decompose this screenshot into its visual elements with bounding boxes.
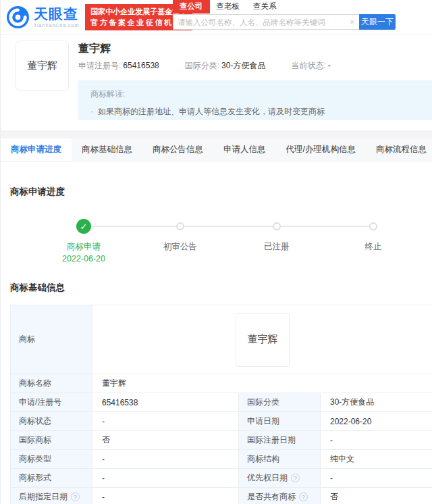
cell-label: 商标结构 (239, 450, 321, 468)
table-row: 商标形式 - 优先权日期 ? - (11, 469, 432, 488)
table-row: 商标 董宇辉 (11, 305, 432, 374)
tianyancha-logo[interactable]: 天眼查 TianYanCha.com (6, 5, 79, 29)
cell-value: 65416538 (92, 393, 239, 411)
table-row: 商标状态 - 申请日期 2022-06-20 (11, 412, 432, 431)
help-icon[interactable]: ? (291, 474, 300, 482)
tab-process-info[interactable]: 商标流程信息 (366, 138, 432, 161)
cell-value: - (92, 412, 239, 430)
search-tabs: 查公司 查老板 查关系 (173, 1, 396, 14)
step-done-check-icon: ✓ (76, 219, 91, 234)
cell-value-trademark-image: 董宇辉 (92, 305, 432, 374)
search-tab-company[interactable]: 查公司 (173, 0, 210, 14)
cell-value: - (92, 488, 239, 504)
cell-value: 否 (92, 431, 239, 449)
trademark-meta: 申请注册号:65416538 国际分类:30-方便食品 当前状态:- (78, 60, 331, 72)
top-header: 天眼查 TianYanCha.com 国家中小企业发展子基金旗下 官方备案企业征… (1, 0, 432, 35)
step-label-registered: 已注册 (264, 241, 290, 253)
cell-label: 优先权日期 ? (239, 469, 321, 487)
cell-label: 申请/注册号 (11, 393, 92, 411)
meta-intl-class: 国际分类:30-方便食品 (185, 60, 266, 72)
cell-value: - (92, 469, 239, 487)
interpretation-title: 商标解读: (90, 89, 432, 100)
meta-value: 65416538 (123, 61, 159, 70)
trademark-thumbnail: 董宇辉 (16, 41, 69, 91)
table-row: 商标类型 - 商标结构 纯中文 (11, 450, 432, 469)
cell-label-text: 后期指定日期 (19, 491, 68, 503)
search-tab-relation[interactable]: 查关系 (246, 0, 284, 14)
trademark-interpretation-box: 商标解读: ·如果商标的注册地址、申请人等信息发生变化，请及时变更商标 (78, 80, 432, 120)
brand-domain: TianYanCha.com (34, 23, 79, 28)
tab-basic-info[interactable]: 商标基础信息 (72, 138, 142, 161)
basic-info-table: 商标 董宇辉 商标名称 董宇辉 申请/注册号 65416538 国际分类 30-… (10, 305, 432, 504)
main-content: 商标申请进度 ✓ 商标申请 2022-06-20 初审公告 已注册 终止 商标基… (1, 161, 432, 504)
eye-logo-icon (6, 5, 30, 29)
trademark-image: 董宇辉 (236, 313, 290, 367)
table-row: 国际商标 否 国际注册日期 - (11, 431, 432, 450)
step-circle-icon (176, 222, 184, 230)
cell-label: 商标类型 (11, 450, 92, 468)
interpretation-item: ·如果商标的注册地址、申请人等信息发生变化，请及时变更商标 (90, 106, 432, 118)
trademark-title: 董宇辉 (78, 42, 111, 56)
cell-label: 国际分类 (239, 393, 321, 411)
cell-value: 30-方便食品 (321, 393, 432, 411)
cell-value: - (92, 450, 239, 468)
meta-value: 30-方便食品 (221, 61, 265, 70)
cell-label: 后期指定日期 ? (11, 488, 92, 504)
cell-label: 商标状态 (11, 412, 92, 430)
search-area: 查公司 查老板 查关系 × 天眼一下 (173, 1, 396, 30)
step-circle-icon (273, 222, 281, 230)
cell-label-text: 优先权日期 (247, 472, 288, 484)
cell-value: 2022-06-20 (321, 412, 432, 430)
cell-label-name: 商标名称 (11, 374, 92, 393)
search-button[interactable]: 天眼一下 (359, 14, 396, 30)
table-row: 商标名称 董宇辉 (11, 374, 432, 393)
step-label-application: 商标申请 (67, 241, 101, 253)
tab-applicant-info[interactable]: 申请人信息 (213, 138, 276, 161)
section-divider (1, 130, 432, 138)
interpretation-text: 如果商标的注册地址、申请人等信息发生变化，请及时变更商标 (98, 107, 325, 116)
brand-name: 天眼查 (34, 7, 79, 22)
meta-value: - (328, 61, 331, 70)
cell-label: 国际注册日期 (239, 431, 321, 449)
cell-value: 否 (321, 488, 432, 504)
cell-label-text: 是否共有商标 (247, 491, 296, 503)
step-label-preliminary: 初审公告 (163, 241, 197, 253)
detail-tabbar: 商标申请进度 商标基础信息 商标公告信息 申请人信息 代理/办理机构信息 商标流… (1, 138, 432, 161)
cell-value: 纯中文 (321, 450, 432, 468)
clear-icon[interactable]: × (345, 18, 359, 27)
search-tab-boss[interactable]: 查老板 (210, 0, 247, 14)
cell-value: - (321, 431, 432, 449)
cell-label: 国际商标 (11, 431, 92, 449)
cell-value-name: 董宇辉 (92, 374, 432, 393)
cell-value: - (321, 469, 432, 487)
meta-label: 当前状态: (291, 61, 325, 70)
page: 天眼查 TianYanCha.com 国家中小企业发展子基金旗下 官方备案企业征… (0, 0, 432, 504)
table-row: 申请/注册号 65416538 国际分类 30-方便食品 (11, 393, 432, 412)
cell-label-trademark: 商标 (11, 305, 92, 374)
search-bar: × 天眼一下 (173, 14, 396, 30)
cell-label: 商标形式 (11, 469, 92, 487)
tab-agency-info[interactable]: 代理/办理机构信息 (276, 138, 366, 161)
search-box: × (173, 14, 359, 30)
search-input[interactable] (173, 18, 345, 26)
stepper-track (84, 226, 373, 227)
meta-label: 国际分类: (185, 61, 219, 70)
step-date-application: 2022-06-20 (62, 254, 105, 263)
bullet-dot: · (90, 107, 93, 116)
logo-text: 天眼查 TianYanCha.com (34, 7, 79, 28)
step-label-terminated: 终止 (365, 241, 382, 253)
table-row: 后期指定日期 ? - 是否共有商标 ? 否 (11, 488, 432, 504)
help-icon[interactable]: ? (299, 493, 308, 501)
tab-announcement-info[interactable]: 商标公告信息 (142, 138, 213, 161)
basic-info-section-heading: 商标基础信息 (10, 282, 432, 294)
meta-label: 申请注册号: (78, 61, 121, 70)
meta-current-status: 当前状态:- (291, 60, 330, 72)
help-icon[interactable]: ? (71, 493, 80, 501)
cell-label: 是否共有商标 ? (239, 488, 321, 504)
tab-application-progress[interactable]: 商标申请进度 (1, 138, 72, 161)
step-circle-icon (369, 222, 377, 230)
trademark-hero: 董宇辉 董宇辉 申请注册号:65416538 国际分类:30-方便食品 当前状态… (1, 35, 432, 130)
meta-reg-number: 申请注册号:65416538 (78, 60, 159, 72)
cell-label: 申请日期 (239, 412, 321, 430)
application-progress-stepper: ✓ 商标申请 2022-06-20 初审公告 已注册 终止 (1, 203, 432, 271)
